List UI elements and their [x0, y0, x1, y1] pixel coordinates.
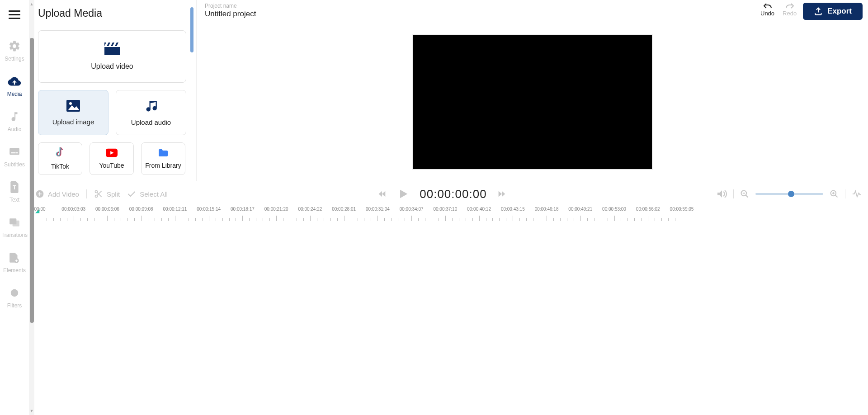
ruler-tick [425, 218, 425, 221]
ruler-tick [432, 218, 432, 221]
svg-rect-15 [66, 100, 80, 112]
timeline-current-time: 00:00:00:00 [420, 187, 486, 201]
checkmark-icon [127, 190, 136, 198]
timeline-toolbar: Add Video Split Select All 00:00:0 [29, 181, 868, 207]
ruler-tick [553, 218, 554, 221]
source-youtube-card[interactable]: YouTube [90, 142, 134, 175]
sidebar-item-filters[interactable]: Filters [0, 281, 29, 316]
ruler-tick [155, 218, 155, 221]
svg-rect-2 [15, 152, 18, 153]
ruler-tick [411, 216, 412, 221]
ruler-label: 00:00:15:14 [197, 207, 221, 212]
ruler-tick [601, 218, 601, 221]
project-name-input[interactable]: Untitled project [205, 9, 760, 19]
upload-audio-card[interactable]: Upload audio [116, 90, 186, 135]
ruler-label: 00:00:09:08 [129, 207, 153, 212]
image-icon [66, 100, 80, 113]
ruler-tick [67, 218, 67, 221]
ruler-tick [398, 218, 398, 221]
scroll-down-arrow[interactable]: ▼ [30, 407, 34, 415]
ruler-tick [222, 218, 223, 221]
ruler-tick [303, 218, 304, 221]
preview-area [197, 24, 868, 181]
zoom-in-icon[interactable] [830, 189, 839, 198]
upload-video-card[interactable]: Upload video [38, 30, 186, 83]
ruler-label: 00:00:43:15 [501, 207, 525, 212]
ruler-tick [675, 218, 675, 221]
media-panel-scrollbar[interactable] [190, 7, 193, 52]
ruler-tick [567, 218, 567, 221]
ruler-tick [405, 218, 405, 221]
undo-button[interactable]: Undo [760, 3, 774, 17]
elements-icon: + [8, 251, 21, 264]
step-forward-icon[interactable] [497, 189, 507, 199]
export-icon [814, 7, 823, 16]
ruler-tick [134, 218, 135, 221]
sidebar-item-subtitles[interactable]: Subtitles [0, 140, 29, 175]
zoom-out-icon[interactable] [740, 189, 749, 198]
ruler-tick [297, 218, 297, 221]
play-icon[interactable] [397, 188, 410, 200]
ruler-tick [519, 218, 520, 221]
sidebar-item-text[interactable]: T Text [0, 175, 29, 210]
ruler-tick [80, 218, 81, 221]
gear-icon [8, 39, 21, 53]
ruler-label: 00:00:12:11 [163, 207, 187, 212]
upload-image-label: Upload image [52, 118, 94, 126]
zoom-slider-handle[interactable] [788, 191, 794, 197]
export-button[interactable]: Export [803, 3, 863, 20]
ruler-tick [594, 218, 594, 221]
source-library-card[interactable]: From Library [141, 142, 185, 175]
svg-point-22 [95, 195, 97, 198]
ruler-tick [655, 218, 655, 221]
source-tiktok-label: TikTok [51, 163, 69, 170]
ruler-tick [344, 216, 344, 221]
sidebar-item-elements[interactable]: + Elements [0, 245, 29, 281]
ruler-tick [195, 218, 196, 221]
upload-image-card[interactable]: Upload image [38, 90, 108, 135]
ruler-tick [377, 216, 378, 221]
hamburger-menu-button[interactable] [9, 8, 20, 21]
ruler-label: 00:00:49:21 [568, 207, 592, 212]
ruler-tick [121, 218, 121, 221]
ruler-tick [439, 218, 439, 221]
svg-rect-1 [11, 152, 15, 153]
ruler-tick [189, 218, 189, 221]
video-preview-canvas[interactable] [412, 34, 653, 170]
ruler-tick [526, 218, 527, 221]
ruler-tick [648, 216, 648, 221]
step-back-icon[interactable] [377, 189, 387, 199]
ruler-tick [40, 216, 40, 221]
redo-button[interactable]: Redo [783, 3, 797, 17]
plus-circle-icon [35, 189, 44, 198]
sidebar-item-label: Audio [8, 126, 22, 132]
svg-rect-5 [13, 221, 19, 226]
timeline-ruler[interactable]: ◢ 00:0000:00:03:0300:00:06:0600:00:09:08… [35, 207, 862, 226]
ruler-tick [209, 216, 209, 221]
sidebar-item-transitions[interactable]: Transitions [0, 210, 29, 245]
sidebar-item-media[interactable]: Media [0, 69, 29, 104]
ruler-tick [256, 218, 256, 221]
ruler-tick [547, 216, 547, 221]
svg-marker-29 [502, 191, 505, 197]
subtitle-icon [8, 145, 21, 159]
ruler-tick [560, 218, 561, 221]
ruler-label: 00:00:37:10 [433, 207, 457, 212]
source-tiktok-card[interactable]: TikTok [38, 142, 82, 175]
ruler-tick [74, 216, 74, 221]
ruler-tick [141, 216, 142, 221]
sidebar-item-audio[interactable]: Audio [0, 104, 29, 140]
ruler-tick [614, 216, 615, 221]
ruler-tick [269, 218, 270, 221]
ruler-tick [540, 218, 540, 221]
add-video-button[interactable]: Add Video [35, 189, 79, 198]
sidebar-item-label: Elements [3, 267, 26, 274]
select-all-button[interactable]: Select All [127, 190, 168, 198]
split-button[interactable]: Split [94, 189, 120, 198]
volume-icon[interactable] [716, 189, 727, 199]
zoom-slider[interactable] [755, 193, 823, 195]
ruler-tick [459, 218, 459, 221]
waveform-icon[interactable] [852, 189, 862, 198]
sidebar-item-settings[interactable]: Settings [0, 34, 29, 69]
source-youtube-label: YouTube [99, 162, 124, 169]
